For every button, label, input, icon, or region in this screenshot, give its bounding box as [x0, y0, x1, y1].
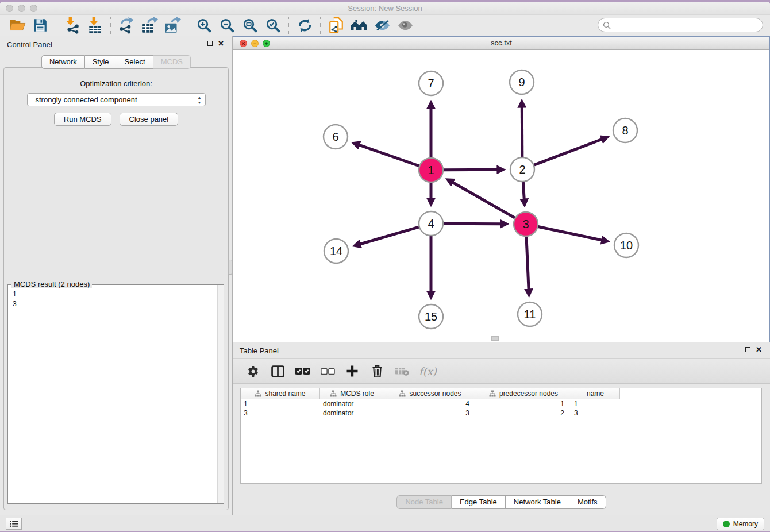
tab-network[interactable]: Network	[41, 55, 85, 69]
save-session-button[interactable]	[29, 16, 52, 35]
edge-1-6[interactable]	[359, 145, 419, 166]
node-label: 10	[620, 239, 633, 252]
network-view-window: ✕ − + scc.txt 1234678910111415	[233, 36, 770, 342]
table-cell: 2	[476, 408, 571, 418]
control-panel: Control Panel ✕ NetworkStyleSelectMCDS O…	[0, 36, 233, 515]
add-icon[interactable]	[345, 363, 360, 379]
result-scrollbar[interactable]	[217, 285, 224, 503]
close-panel-icon[interactable]: ✕	[218, 40, 224, 47]
tab-style[interactable]: Style	[85, 55, 117, 69]
optimization-criterion-label: Optimization criterion:	[4, 79, 228, 88]
node-label: 6	[332, 130, 338, 143]
window-controls	[6, 5, 37, 12]
tab-node-table[interactable]: Node Table	[396, 495, 452, 509]
settings-gear-icon[interactable]	[245, 363, 260, 379]
export-table-button[interactable]	[138, 16, 161, 35]
toolbar-separator	[56, 17, 56, 34]
minimize-icon[interactable]: −	[251, 40, 259, 47]
table-row[interactable]: 3dominator323	[241, 408, 761, 418]
tab-network-table[interactable]: Network Table	[506, 495, 569, 509]
refresh-layout-button[interactable]	[293, 16, 316, 35]
node-label: 8	[622, 124, 628, 137]
import-table-button[interactable]	[83, 16, 106, 35]
close-panel-button[interactable]: Close panel	[120, 113, 179, 126]
close-table-panel-icon[interactable]: ✕	[756, 346, 762, 353]
memory-button[interactable]: Memory	[717, 518, 764, 530]
table-cell: dominator	[320, 408, 384, 418]
export-network-button[interactable]	[115, 16, 138, 35]
maximize-icon[interactable]: +	[263, 40, 270, 47]
tab-motifs[interactable]: Motifs	[569, 495, 606, 509]
clear-selection-icon[interactable]	[320, 363, 335, 379]
node-label: 15	[425, 310, 437, 323]
mcds-result-title: MCDS result (2 nodes)	[11, 280, 92, 288]
table-panel: Table Panel ✕	[233, 342, 770, 515]
float-table-panel-icon[interactable]	[745, 347, 750, 352]
node-table[interactable]: shared nameMCDS rolesuccessor nodesprede…	[240, 388, 762, 484]
close-icon[interactable]: ✕	[240, 40, 247, 47]
zoom-selected-button[interactable]	[261, 16, 284, 35]
edge-1-2[interactable]	[444, 169, 498, 170]
table-row[interactable]: 1dominator411	[241, 399, 761, 408]
run-mcds-button[interactable]: Run MCDS	[54, 113, 111, 126]
table-header-row: shared nameMCDS rolesuccessor nodesprede…	[241, 388, 761, 399]
close-window-button[interactable]	[6, 5, 13, 12]
column-header-shared-name[interactable]: shared name	[241, 388, 320, 399]
table-cell: 1	[241, 399, 320, 408]
tab-edge-table[interactable]: Edge Table	[452, 495, 506, 509]
export-image-button[interactable]	[161, 16, 184, 35]
zoom-out-button[interactable]	[215, 16, 238, 35]
open-session-button[interactable]	[6, 16, 29, 35]
mcds-tab-content: Optimization criterion: strongly connect…	[3, 67, 229, 510]
horizontal-splitter-handle[interactable]	[491, 336, 499, 341]
table-cell: 1	[571, 399, 620, 408]
tab-select[interactable]: Select	[117, 55, 153, 69]
fx-label: f(x)	[419, 365, 437, 377]
dropdown-stepper-icon: ▲▼	[198, 95, 202, 105]
edge-3-11[interactable]	[526, 237, 529, 290]
main-toolbar	[0, 15, 770, 36]
edge-2-8[interactable]	[534, 139, 602, 165]
control-panel-title: Control Panel	[7, 40, 52, 49]
edge-3-10[interactable]	[538, 227, 602, 241]
node-label: 2	[519, 163, 525, 176]
edge-2-3[interactable]	[523, 182, 524, 199]
table-cell: 4	[384, 399, 476, 408]
zoom-fit-button[interactable]	[238, 16, 261, 35]
column-header-predecessor-nodes[interactable]: predecessor nodes	[476, 388, 571, 399]
clone-network-button[interactable]	[325, 16, 348, 35]
show-all-networks-button[interactable]	[348, 16, 371, 35]
zoom-in-button[interactable]	[192, 16, 215, 35]
float-panel-icon[interactable]	[207, 41, 213, 46]
select-all-icon[interactable]	[295, 363, 310, 379]
import-network-button[interactable]	[60, 16, 83, 35]
column-header-label: shared name	[265, 390, 305, 398]
main-titlebar[interactable]: Session: New Session	[0, 2, 770, 15]
column-header-label: MCDS role	[340, 390, 374, 398]
table-panel-title: Table Panel	[240, 346, 279, 355]
minimize-window-button[interactable]	[18, 5, 25, 12]
tab-mcds[interactable]: MCDS	[153, 55, 191, 69]
column-header-name[interactable]: name	[571, 388, 620, 399]
vertical-splitter-handle[interactable]	[228, 260, 232, 275]
column-header-mcds-role[interactable]: MCDS role	[320, 388, 384, 399]
column-header-successor-nodes[interactable]: successor nodes	[384, 388, 476, 399]
show-hidden-eye-button[interactable]	[394, 16, 417, 35]
network-canvas[interactable]: 1234678910111415	[233, 50, 769, 342]
edge-3-1[interactable]	[452, 182, 515, 218]
hide-selected-eye-button[interactable]	[371, 16, 394, 35]
table-cell: 3	[241, 408, 320, 418]
mcds-result-lines: 13	[8, 285, 224, 309]
split-columns-icon[interactable]	[270, 363, 285, 379]
show-panels-button[interactable]	[6, 518, 22, 530]
list-icon	[10, 521, 18, 527]
edge-4-3[interactable]	[444, 223, 501, 224]
zoom-window-button[interactable]	[30, 5, 37, 12]
edge-4-14[interactable]	[360, 227, 419, 244]
optimization-criterion-dropdown[interactable]: strongly connected component ▲▼	[27, 93, 206, 106]
network-window-titlebar[interactable]: ✕ − + scc.txt	[233, 37, 769, 50]
mcds-result-group: MCDS result (2 nodes) 13	[7, 284, 224, 504]
search-input[interactable]	[598, 18, 763, 32]
delete-trash-icon[interactable]	[369, 363, 384, 379]
edge-2-9[interactable]	[522, 107, 522, 157]
